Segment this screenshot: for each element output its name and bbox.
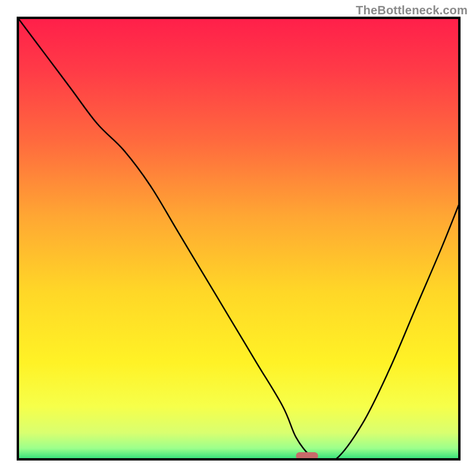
chart-stage: TheBottleneck.com <box>0 0 476 476</box>
bottleneck-chart <box>0 0 476 476</box>
watermark-label: TheBottleneck.com <box>356 4 468 17</box>
gradient-background <box>18 18 459 459</box>
